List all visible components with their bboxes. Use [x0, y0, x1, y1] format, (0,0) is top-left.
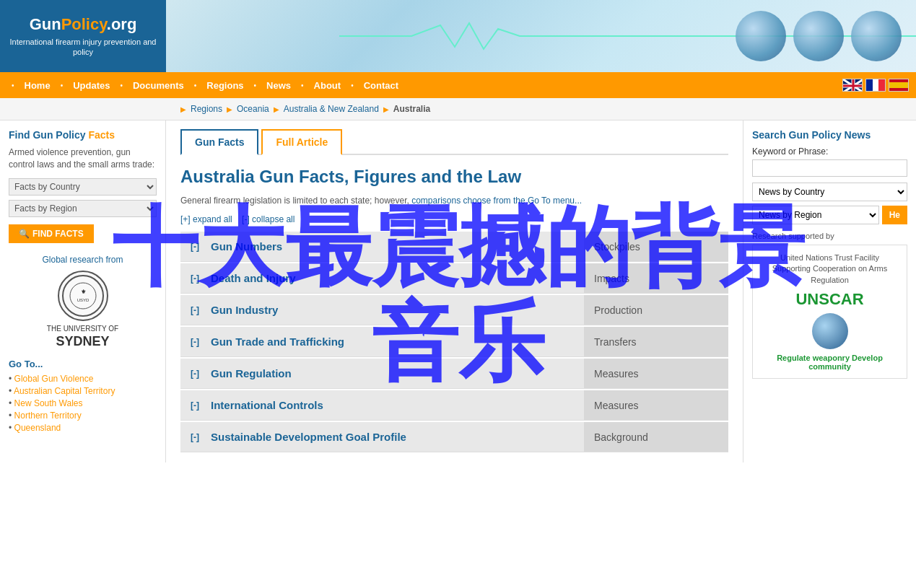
svg-text:⚜: ⚜ — [80, 289, 85, 295]
nav-dot: • — [351, 82, 354, 89]
nav-updates[interactable]: Updates — [67, 80, 115, 91]
fact-main: [-] International Controls — [180, 390, 584, 420]
logo-title[interactable]: GunPolicy.org — [30, 15, 137, 34]
goto-qld[interactable]: Queensland — [9, 423, 157, 433]
nav-documents[interactable]: Documents — [127, 80, 190, 91]
unscar-box: United Nations Trust Facility Supporting… — [752, 245, 907, 379]
nav-news[interactable]: News — [261, 80, 297, 91]
nav-dot: • — [12, 82, 14, 89]
sidebar-left: Find Gun Policy Facts Armed violence pre… — [0, 120, 166, 462]
expand-collapse-controls: [+] expand all [-] collapse all — [180, 214, 728, 224]
svg-text:USYD: USYD — [77, 298, 89, 302]
label-gun-regulation[interactable]: Gun Regulation — [211, 367, 292, 379]
label-intl-controls[interactable]: International Controls — [211, 399, 323, 411]
nav-dot: • — [61, 82, 64, 89]
nav-about[interactable]: About — [308, 80, 347, 91]
fact-row: [-] International Controls Measures — [180, 390, 728, 421]
breadcrumb-regions[interactable]: Regions — [191, 104, 222, 114]
fact-row: [-] Gun Trade and Trafficking Transfers — [180, 327, 728, 357]
sub-background: Background — [584, 422, 728, 452]
unscar-tagline: Regulate weaponry Develop community — [760, 354, 899, 371]
facts-by-country-select[interactable]: Facts by Country — [9, 178, 157, 196]
tab-gun-facts[interactable]: Gun Facts — [180, 129, 258, 155]
go-button[interactable]: He — [882, 206, 907, 224]
logo-gun: Gun — [30, 15, 61, 33]
fact-section-intl-controls: [-] International Controls Measures — [180, 390, 728, 421]
find-facts-button[interactable]: 🔍 FIND FACTS — [9, 224, 94, 243]
breadcrumb-oceania[interactable]: Oceania — [237, 104, 269, 114]
search-input[interactable] — [752, 159, 907, 177]
toggle-gun-regulation[interactable]: [-] — [191, 369, 204, 379]
goto-nsw[interactable]: New South Wales — [9, 398, 157, 408]
breadcrumb-current: Australia — [393, 104, 430, 114]
breadcrumb: ▶ Regions ▶ Oceania ▶ Australia & New Ze… — [0, 98, 916, 120]
label-death-injury[interactable]: Death and Injury — [211, 272, 296, 284]
fact-section-gun-regulation: [-] Gun Regulation Measures — [180, 359, 728, 389]
logo-subtitle: International firearm injury prevention … — [7, 37, 159, 58]
fact-row: [-] Gun Industry Production — [180, 295, 728, 325]
nav-regions[interactable]: Regions — [201, 80, 249, 91]
fact-section-gun-numbers: [-] Gun Numbers Stockpiles — [180, 232, 728, 262]
sub-stockpiles: Stockpiles — [584, 232, 728, 261]
fact-main: [-] Gun Numbers — [180, 232, 584, 261]
find-facts-title: Find Gun Policy Facts — [9, 129, 157, 141]
toggle-death-injury[interactable]: [-] — [191, 273, 204, 284]
find-label: Find Gun Policy — [9, 129, 86, 141]
goto-nt[interactable]: Northern Territory — [9, 411, 157, 421]
unscar-logo[interactable]: UNSCAR — [760, 290, 899, 309]
toggle-gun-numbers[interactable]: [-] — [191, 242, 204, 252]
facts-by-region-select[interactable]: Facts by Region — [9, 200, 157, 217]
content-tabs: Gun Facts Full Article — [180, 129, 728, 155]
nav-contact[interactable]: Contact — [358, 80, 404, 91]
breadcrumb-arrow: ▶ — [227, 105, 232, 113]
toggle-sdg[interactable]: [-] — [191, 432, 204, 442]
fact-row: [-] Gun Numbers Stockpiles — [180, 232, 728, 262]
flag-fr[interactable] — [865, 79, 886, 92]
nav-home[interactable]: Home — [19, 80, 56, 91]
label-sdg[interactable]: Sustainable Development Goal Profile — [211, 431, 406, 443]
breadcrumb-anz[interactable]: Australia & New Zealand — [284, 104, 379, 114]
toggle-gun-industry[interactable]: [-] — [191, 305, 204, 315]
breadcrumb-arrow: ▶ — [274, 105, 279, 113]
main-content: Gun Facts Full Article Australia Gun Fac… — [166, 120, 743, 462]
globe-2 — [793, 11, 844, 61]
breadcrumb-arrow: ▶ — [180, 105, 186, 113]
sub-measures-1: Measures — [584, 359, 728, 388]
label-gun-trade[interactable]: Gun Trade and Trafficking — [211, 335, 344, 348]
globe-3 — [851, 11, 902, 61]
toggle-intl-controls[interactable]: [-] — [191, 400, 204, 411]
tab-full-article[interactable]: Full Article — [261, 129, 342, 155]
header: GunPolicy.org International firearm inju… — [0, 0, 916, 72]
compare-link[interactable]: comparisons choose from the Go To menu..… — [411, 196, 582, 206]
svg-point-8 — [70, 283, 96, 309]
breadcrumb-arrow: ▶ — [383, 105, 389, 113]
nav-dot: • — [194, 82, 197, 89]
news-by-country-select[interactable]: News by Country — [752, 183, 907, 201]
fact-row: [-] Sustainable Development Goal Profile… — [180, 422, 728, 452]
fact-main: [-] Gun Industry — [180, 295, 584, 325]
news-by-region-select[interactable]: News by Region — [752, 206, 879, 224]
toggle-gun-trade[interactable]: [-] — [191, 337, 204, 347]
sub-transfers: Transfers — [584, 327, 728, 356]
label-gun-industry[interactable]: Gun Industry — [211, 304, 278, 316]
fact-main: [-] Sustainable Development Goal Profile — [180, 422, 584, 452]
university-logo-area: ⚜ USYD THE UNIVERSITY OF SYDNEY — [9, 271, 157, 350]
flag-uk[interactable] — [842, 79, 863, 92]
expand-all-button[interactable]: [+] expand all — [180, 214, 232, 224]
news-region-row: News by Region He — [752, 206, 907, 224]
keyword-label: Keyword or Phrase: — [752, 146, 907, 157]
label-gun-numbers[interactable]: Gun Numbers — [211, 240, 282, 253]
university-name: THE UNIVERSITY OF SYDNEY — [47, 324, 118, 350]
fact-row: [-] Gun Regulation Measures — [180, 359, 728, 389]
goto-global-gun-violence[interactable]: Global Gun Violence — [9, 374, 157, 384]
flag-es[interactable] — [889, 79, 909, 92]
svg-point-7 — [63, 276, 103, 316]
goto-act[interactable]: Australian Capital Territory — [9, 386, 157, 396]
facts-label: Facts — [88, 129, 115, 141]
sidebar-right: Search Gun Policy News Keyword or Phrase… — [743, 120, 916, 462]
collapse-all-button[interactable]: [-] collapse all — [242, 214, 295, 224]
fact-row: [-] Death and Injury Impacts — [180, 263, 728, 294]
uni-sydney: SYDNEY — [47, 333, 118, 350]
uni-crest: ⚜ USYD — [58, 271, 108, 321]
header-banner — [166, 0, 916, 72]
